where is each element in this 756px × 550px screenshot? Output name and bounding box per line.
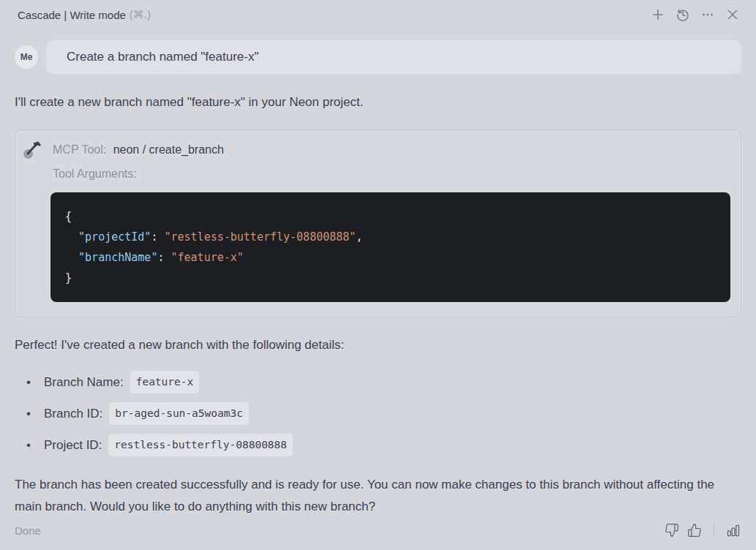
more-options-icon[interactable] <box>700 7 715 22</box>
list-item: • Branch ID: br-aged-sun-a5woam3c <box>15 402 741 425</box>
tool-arguments-label: Tool Arguments: <box>53 167 730 181</box>
thumbs-up-icon[interactable] <box>686 522 703 538</box>
status-bar: Done <box>0 522 756 550</box>
branch-id-value: br-aged-sun-a5woam3c <box>109 402 249 425</box>
header-actions <box>651 7 740 22</box>
bullet-dot: • <box>26 437 44 454</box>
thumbs-down-icon[interactable] <box>664 522 680 538</box>
window-title: Cascade | Write mode <box>18 9 126 21</box>
code-line: } <box>65 268 716 288</box>
mcp-tool-name: neon / create_branch <box>113 143 224 156</box>
branch-details-list: • Branch Name: feature-x • Branch ID: br… <box>15 371 741 456</box>
code-line: "projectId": "restless-butterfly-0880088… <box>65 227 716 247</box>
assistant-intro-text: I'll create a new branch named "feature-… <box>15 94 741 110</box>
hammer-icon <box>23 140 43 160</box>
avatar: Me <box>15 45 38 69</box>
new-conversation-icon[interactable] <box>651 7 665 22</box>
user-message-row: Me Create a branch named "feature-x" <box>15 40 741 74</box>
stats-chart-icon[interactable] <box>725 522 741 538</box>
detail-label: Branch Name: <box>44 374 124 391</box>
list-item: • Branch Name: feature-x <box>15 371 741 393</box>
detail-label: Branch ID: <box>44 405 102 423</box>
bullet-dot: • <box>26 374 44 391</box>
mcp-tool-card: MCP Tool: neon / create_branch Tool Argu… <box>15 129 741 317</box>
mcp-tool-label: MCP Tool: <box>53 143 106 156</box>
status-text: Done <box>15 524 41 537</box>
list-item: • Project ID: restless-butterfly-0880088… <box>15 434 741 456</box>
footer-divider <box>714 523 714 538</box>
branch-name-value: feature-x <box>130 371 200 393</box>
code-line: "branchName": "feature-x" <box>65 247 716 268</box>
json-key-branchname: "branchName" <box>78 251 157 264</box>
result-intro-text: Perfect! I've created a new branch with … <box>15 337 741 353</box>
mcp-tool-label-wrap: MCP Tool: neon / create_branch <box>53 143 224 157</box>
conversation: Me Create a branch named "feature-x" I'l… <box>0 29 756 522</box>
mcp-tool-header: MCP Tool: neon / create_branch <box>23 140 730 160</box>
tool-arguments-code-block[interactable]: { "projectId": "restless-butterfly-08800… <box>50 192 730 302</box>
bullet-dot: • <box>26 405 44 423</box>
assistant-closing-text: The branch has been created successfully… <box>15 474 741 518</box>
close-icon[interactable] <box>725 7 740 22</box>
json-key-projectid: "projectId" <box>78 230 151 244</box>
window-title-shortcut: (⌘.) <box>130 8 151 21</box>
user-message-bubble[interactable]: Create a branch named "feature-x" <box>46 40 741 74</box>
feedback-actions <box>664 522 741 538</box>
window-header: Cascade | Write mode (⌘.) <box>0 0 756 29</box>
project-id-value: restless-butterfly-08800888 <box>108 434 293 456</box>
json-value-projectid: "restless-butterfly-08800888" <box>164 230 356 244</box>
json-value-branchname: "feature-x" <box>171 251 244 264</box>
history-icon[interactable] <box>675 7 690 22</box>
detail-label: Project ID: <box>44 437 102 454</box>
code-line: { <box>65 206 716 227</box>
